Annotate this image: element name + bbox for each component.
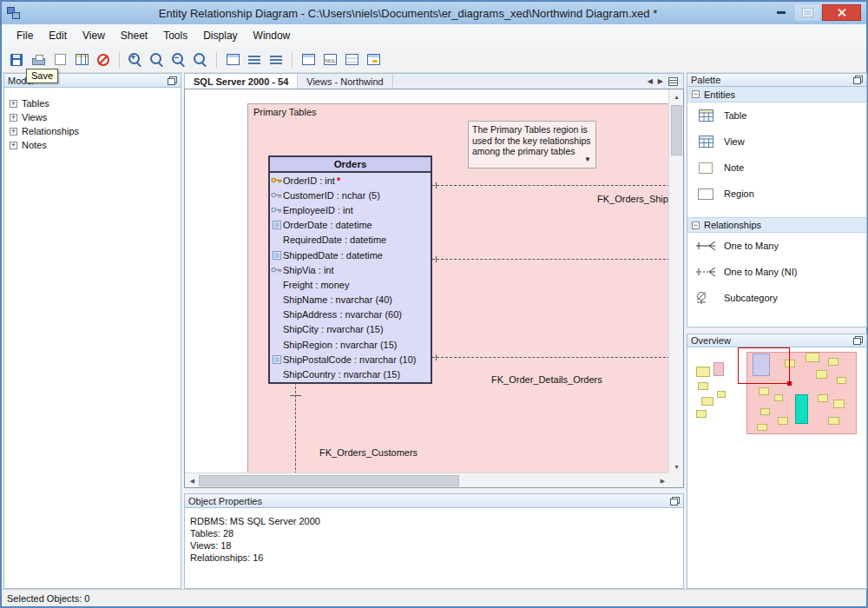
expand-icon[interactable]: + bbox=[10, 128, 17, 135]
diagram-note[interactable]: The Primary Tables region is used for th… bbox=[468, 121, 596, 169]
entity-column-shipvia[interactable]: ShipVia : int bbox=[270, 262, 431, 277]
display-types-button[interactable] bbox=[342, 50, 361, 69]
float-panel-icon[interactable] bbox=[853, 76, 863, 84]
save-icon bbox=[10, 54, 23, 66]
column-text: ShipPostalCode : nvarchar (10) bbox=[283, 354, 416, 365]
tab-sql-server-2000[interactable]: SQL Server 2000 - 54 bbox=[185, 74, 298, 89]
disable-button[interactable] bbox=[94, 50, 113, 69]
display-keys-button[interactable] bbox=[364, 50, 383, 69]
palette-item-table[interactable]: Table bbox=[687, 102, 866, 129]
entity-column-employeeid[interactable]: EmployeeID : int bbox=[270, 202, 431, 217]
table-tool-button[interactable] bbox=[72, 50, 91, 69]
vertical-scroll-thumb[interactable] bbox=[671, 105, 682, 155]
entity-orders[interactable]: Orders OrderID : int * CustomerID : ncha… bbox=[268, 155, 432, 384]
save-button[interactable] bbox=[7, 50, 26, 69]
menu-edit[interactable]: Edit bbox=[41, 26, 75, 45]
collapse-icon[interactable]: − bbox=[692, 90, 700, 98]
palette-item-region[interactable]: Region bbox=[687, 181, 866, 207]
menu-tools[interactable]: Tools bbox=[155, 26, 195, 45]
relationship-label[interactable]: FK_Orders_Shippers bbox=[597, 194, 669, 204]
tab-list-icon[interactable] bbox=[668, 77, 678, 86]
overview-box bbox=[698, 382, 708, 390]
horizontal-scroll-thumb[interactable] bbox=[199, 475, 459, 486]
entity-column-shipname[interactable]: ShipName : nvarchar (40) bbox=[270, 293, 431, 307]
horizontal-scrollbar[interactable]: ◀ ▶ bbox=[185, 473, 670, 487]
relationship-line-2[interactable] bbox=[432, 259, 670, 260]
entity-column-orderdate[interactable]: OrderDate : datetime bbox=[270, 218, 431, 233]
float-panel-icon[interactable] bbox=[670, 497, 680, 506]
palette-item-note[interactable]: Note bbox=[687, 155, 866, 181]
tab-prev-icon[interactable]: ◀ bbox=[648, 77, 653, 85]
new-sheet-button[interactable] bbox=[50, 50, 69, 69]
relationship-line-order-details[interactable] bbox=[432, 357, 670, 358]
entity-column-orderid[interactable]: OrderID : int * bbox=[270, 173, 431, 188]
vertical-scrollbar[interactable]: ▲ ▼ bbox=[668, 89, 683, 474]
scroll-left-icon[interactable]: ◀ bbox=[185, 473, 200, 488]
entity-column-requireddate[interactable]: RequiredDate : datetime bbox=[270, 233, 431, 248]
expand-icon[interactable]: + bbox=[10, 114, 17, 122]
zoom-tool-button[interactable] bbox=[191, 50, 210, 69]
palette-item-subcategory[interactable]: Subcategory bbox=[687, 285, 866, 311]
maximize-button[interactable] bbox=[795, 4, 820, 21]
menu-file[interactable]: File bbox=[9, 26, 41, 45]
zoom-out-button[interactable]: − bbox=[169, 50, 188, 69]
overview-viewport[interactable] bbox=[738, 347, 790, 384]
entity-column-shipaddress[interactable]: ShipAddress : nvarchar (60) bbox=[270, 307, 431, 322]
float-panel-icon[interactable] bbox=[853, 336, 863, 345]
display-lines-button[interactable] bbox=[266, 50, 286, 69]
entity-column-shipregion[interactable]: ShipRegion : nvarchar (15) bbox=[270, 337, 431, 352]
tree-item-views[interactable]: + Views bbox=[10, 110, 181, 124]
display-rows-button[interactable] bbox=[245, 50, 264, 69]
relationship-label[interactable]: FK_Orders_Customers bbox=[319, 447, 418, 458]
tab-next-icon[interactable]: ▶ bbox=[658, 77, 663, 85]
overview-minimap[interactable] bbox=[687, 347, 866, 588]
palette-item-one-to-many[interactable]: One to Many bbox=[687, 233, 866, 259]
collapse-icon[interactable]: − bbox=[692, 221, 700, 229]
tree-item-tables[interactable]: + Tables bbox=[10, 96, 181, 110]
entity-column-shipcountry[interactable]: ShipCountry : nvarchar (15) bbox=[270, 367, 431, 381]
scroll-up-icon[interactable]: ▲ bbox=[669, 89, 684, 104]
titlebar: Entity Relationship Diagram - C:\Users\n… bbox=[2, 2, 866, 24]
entity-title[interactable]: Orders bbox=[270, 157, 431, 173]
column-text: EmployeeID : int bbox=[283, 205, 353, 215]
display-columns-button[interactable] bbox=[299, 50, 318, 69]
entity-column-shippeddate[interactable]: ShippedDate : datetime bbox=[270, 248, 431, 262]
entity-column-shippostalcode[interactable]: ShipPostalCode : nvarchar (10) bbox=[270, 352, 431, 367]
expand-icon[interactable]: + bbox=[10, 142, 17, 149]
palette-item-one-to-many-ni[interactable]: One to Many (NI) bbox=[687, 259, 866, 285]
entity-column-shipcity[interactable]: ShipCity : nvarchar (15) bbox=[270, 322, 431, 337]
tab-views-northwind[interactable]: Views - Northwind bbox=[298, 74, 392, 89]
entity-column-customerid[interactable]: CustomerID : nchar (5) bbox=[270, 188, 431, 202]
zoom-in-button[interactable]: + bbox=[126, 50, 145, 69]
overview-viewport-handle[interactable] bbox=[787, 381, 792, 386]
tree-item-relationships[interactable]: + Relationships bbox=[10, 124, 181, 138]
display-null-button[interactable]: NUL bbox=[320, 50, 339, 69]
column-text: RequiredDate : datetime bbox=[283, 235, 386, 245]
diagram-canvas[interactable]: Primary Tables FK_Orders_Shippers FK_Ord… bbox=[184, 89, 684, 488]
note-collapse-icon[interactable]: ▼ bbox=[584, 155, 591, 166]
display-entity-icon bbox=[227, 54, 240, 65]
zoom-100-button[interactable] bbox=[148, 50, 167, 69]
menu-window[interactable]: Window bbox=[246, 26, 299, 45]
close-button[interactable] bbox=[822, 4, 861, 21]
display-entity-button[interactable] bbox=[223, 50, 242, 69]
relationship-label[interactable]: FK_Order_Details_Orders bbox=[491, 374, 602, 385]
float-panel-icon[interactable] bbox=[168, 76, 177, 85]
palette-section-entities[interactable]: − Entities bbox=[687, 87, 866, 102]
entity-column-freight[interactable]: Freight : money bbox=[270, 277, 431, 292]
relationship-line-orders-shippers[interactable] bbox=[432, 185, 670, 186]
save-tooltip: Save bbox=[26, 69, 58, 83]
menu-sheet[interactable]: Sheet bbox=[113, 26, 155, 45]
tree-item-notes[interactable]: + Notes bbox=[10, 138, 181, 152]
palette-item-view[interactable]: View bbox=[687, 129, 866, 155]
minimize-button[interactable] bbox=[768, 4, 793, 21]
palette-section-relationships[interactable]: − Relationships bbox=[687, 217, 866, 233]
overview-box bbox=[837, 377, 846, 384]
tree-label: Views bbox=[22, 112, 47, 122]
column-text: CustomerID : nchar (5) bbox=[283, 190, 380, 201]
expand-icon[interactable]: + bbox=[10, 100, 17, 108]
selected-objects-status: Selected Objects: 0 bbox=[7, 593, 89, 604]
menu-display[interactable]: Display bbox=[195, 26, 245, 45]
menu-view[interactable]: View bbox=[75, 26, 113, 45]
print-button[interactable] bbox=[29, 50, 48, 69]
